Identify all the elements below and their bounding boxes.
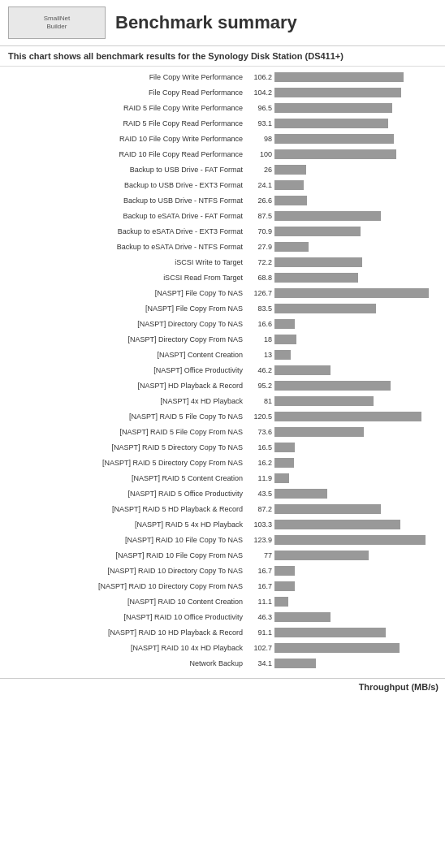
bar-area	[274, 288, 439, 298]
chart-row: [NASPT] RAID 10 4x HD Playback 102.7	[6, 641, 439, 655]
row-value: 24.1	[246, 181, 274, 189]
bar	[274, 535, 426, 545]
bar-area	[274, 211, 439, 221]
bar-area	[274, 396, 439, 406]
bar-area	[274, 535, 439, 545]
row-value: 16.5	[246, 443, 274, 451]
bar	[274, 119, 388, 128]
subtitle-text: This chart shows all benchmark results f…	[8, 51, 343, 61]
chart-row: [NASPT] RAID 10 Directory Copy To NAS 16…	[6, 564, 439, 578]
bar	[274, 551, 369, 560]
bar-area	[274, 165, 439, 175]
chart-row: [NASPT] RAID 10 File Copy To NAS 123.9	[6, 533, 439, 547]
row-value: 11.1	[246, 598, 274, 606]
row-label: [NASPT] RAID 10 4x HD Playback	[6, 644, 246, 652]
row-value: 83.5	[246, 304, 274, 313]
bar	[274, 288, 429, 298]
bar-area	[274, 381, 439, 391]
chart-row: [NASPT] RAID 10 Directory Copy From NAS …	[6, 579, 439, 594]
bar	[274, 412, 421, 421]
bar	[274, 227, 361, 236]
bar	[274, 427, 364, 437]
chart-row: [NASPT] RAID 10 Content Creation 11.1	[6, 594, 439, 609]
chart-row: [NASPT] File Copy To NAS 126.7	[6, 286, 439, 300]
bar	[274, 211, 381, 221]
row-value: 13	[246, 351, 274, 359]
bar	[274, 659, 316, 668]
bar	[274, 319, 295, 329]
row-value: 46.2	[246, 366, 274, 374]
bar	[274, 180, 304, 190]
chart-row: [NASPT] RAID 10 HD Playback & Record 91.…	[6, 625, 439, 640]
row-value: 16.6	[246, 320, 274, 328]
bar	[274, 520, 400, 529]
chart-row: RAID 5 File Copy Write Performance 96.5	[6, 101, 439, 115]
row-value: 70.9	[246, 227, 274, 235]
chart-row: [NASPT] RAID 5 HD Playback & Record 87.2	[6, 502, 439, 516]
row-value: 18	[246, 335, 274, 343]
row-label: RAID 10 File Copy Write Performance	[6, 135, 246, 143]
row-label: [NASPT] Directory Copy To NAS	[6, 320, 246, 328]
row-value: 103.3	[246, 520, 274, 529]
bar-area	[274, 119, 439, 128]
bar	[274, 443, 295, 452]
row-label: [NASPT] Office Productivity	[6, 366, 246, 374]
row-value: 73.6	[246, 428, 274, 436]
row-label: [NASPT] File Copy To NAS	[6, 289, 246, 297]
bar	[274, 165, 306, 175]
row-label: [NASPT] HD Playback & Record	[6, 382, 246, 390]
row-label: Backup to eSATA Drive - EXT3 Format	[6, 227, 246, 235]
chart-row: [NASPT] HD Playback & Record 95.2	[6, 378, 439, 393]
row-label: [NASPT] RAID 10 Directory Copy To NAS	[6, 567, 246, 575]
bar	[274, 396, 374, 406]
row-label: [NASPT] RAID 5 Directory Copy From NAS	[6, 459, 246, 467]
chart-row: [NASPT] RAID 5 File Copy From NAS 73.6	[6, 425, 439, 439]
bar	[274, 581, 295, 591]
row-label: [NASPT] RAID 10 Office Productivity	[6, 613, 246, 621]
row-label: [NASPT] RAID 10 File Copy To NAS	[6, 536, 246, 544]
chart-row: [NASPT] RAID 5 4x HD Playback 103.3	[6, 517, 439, 532]
row-value: 123.9	[246, 536, 274, 544]
chart-row: [NASPT] RAID 5 Office Productivity 43.5	[6, 486, 439, 501]
chart-row: RAID 10 File Copy Write Performance 98	[6, 132, 439, 146]
row-label: Backup to USB Drive - EXT3 Format	[6, 181, 246, 189]
bar-area	[274, 103, 439, 113]
row-value: 72.2	[246, 258, 274, 266]
chart-row: [NASPT] 4x HD Playback 81	[6, 394, 439, 408]
row-value: 102.7	[246, 644, 274, 652]
chart-row: [NASPT] RAID 10 Office Productivity 46.3	[6, 610, 439, 624]
bar	[274, 566, 295, 576]
bar-area	[274, 643, 439, 653]
bar-area	[274, 319, 439, 329]
row-value: 104.2	[246, 89, 274, 97]
bar	[274, 196, 307, 205]
chart-row: Backup to USB Drive - NTFS Format 26.6	[6, 193, 439, 208]
chart-row: [NASPT] RAID 10 File Copy From NAS 77	[6, 548, 439, 563]
row-value: 16.2	[246, 459, 274, 467]
bar-area	[274, 273, 439, 283]
row-label: RAID 10 File Copy Read Performance	[6, 150, 246, 158]
chart-row: [NASPT] Directory Copy From NAS 18	[6, 332, 439, 347]
chart-row: iSCSI Write to Target 72.2	[6, 255, 439, 270]
bar	[274, 72, 404, 82]
bar	[274, 612, 331, 622]
row-value: 16.7	[246, 582, 274, 590]
row-value: 87.2	[246, 505, 274, 513]
row-label: [NASPT] Directory Copy From NAS	[6, 335, 246, 343]
chart-row: File Copy Write Performance 106.2	[6, 70, 439, 84]
row-label: [NASPT] RAID 5 Content Creation	[6, 474, 246, 482]
bar-area	[274, 612, 439, 622]
chart-row: [NASPT] Directory Copy To NAS 16.6	[6, 317, 439, 331]
row-label: [NASPT] RAID 5 File Copy To NAS	[6, 412, 246, 421]
row-value: 120.5	[246, 412, 274, 421]
bar	[274, 365, 331, 375]
bar-area	[274, 304, 439, 313]
logo: SmallNetBuilder	[8, 6, 106, 39]
bar-area	[274, 489, 439, 499]
bar	[274, 273, 358, 283]
footer: Throughput (MB/s)	[0, 678, 445, 695]
chart-row: [NASPT] RAID 5 Directory Copy To NAS 16.…	[6, 440, 439, 455]
bar-area	[274, 180, 439, 190]
bar-area	[274, 581, 439, 591]
bar-area	[274, 597, 439, 607]
